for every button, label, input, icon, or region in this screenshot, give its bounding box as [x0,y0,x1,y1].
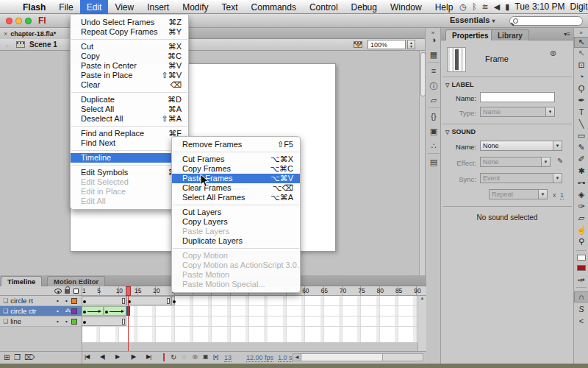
tween-span[interactable] [104,306,126,316]
collapse-tools-icon[interactable]: » [574,29,588,36]
menu-item-timeline[interactable]: Timeline▶ [71,153,188,163]
menu-item-clear[interactable]: Clear⌫ [71,80,188,90]
menu-item-paste-in-place[interactable]: Paste in Place⇧⌘V [71,71,188,80]
color-panel-icon[interactable]: ◑ [426,35,442,44]
menu-item-cut[interactable]: Cut⌘X [71,42,188,52]
menubar-item-file[interactable]: File [52,0,79,14]
sound-effect-dropdown[interactable]: None▼ [480,157,551,167]
3d-rotation-tool[interactable]: ◔ [574,72,588,82]
menu-item-select-all[interactable]: Select All⌘A [71,105,188,114]
scene-name[interactable]: Scene 1 [29,40,57,49]
panel-menu-icon[interactable]: ▾≡ [564,31,570,38]
current-frame-value[interactable]: 13 [224,354,232,362]
center-frame-marker[interactable] [163,353,165,361]
transform-panel-icon[interactable]: ▱ [426,96,442,105]
menubar-item-help[interactable]: Help [429,0,460,14]
sound-name-dropdown[interactable]: None▼ [480,141,562,151]
layer-lock-dot[interactable]: • [65,297,68,304]
deco-tool[interactable]: ✱ [574,166,588,176]
edit-envelope-icon[interactable]: ✎ [557,157,563,165]
tab-properties[interactable]: Properties [445,29,495,40]
swatches-panel-icon[interactable]: ▦ [426,50,442,60]
new-layer-button[interactable]: ⊞ [4,353,10,361]
layer-frames-row[interactable] [82,306,426,316]
paint-bucket-tool[interactable]: ◈ [574,190,588,199]
menubar-item-text[interactable]: Text [215,0,245,14]
stroke-color-swatch[interactable] [577,255,586,261]
close-window-button[interactable] [6,18,12,24]
selection-tool[interactable]: ↖ [574,37,588,48]
menu-item-deselect-all[interactable]: Deselect All⇧⌘A [71,114,188,124]
line-tool[interactable]: ╲ [574,119,588,129]
search-input[interactable] [509,16,583,26]
sound-section-header[interactable]: ▽SOUND [445,128,476,135]
layer-color-swatch[interactable] [71,319,77,325]
layer-visibility-dot[interactable]: • [57,318,59,325]
eraser-tool[interactable]: ▱ [574,213,588,223]
wifi-icon[interactable]: ≋ [482,0,489,14]
frame-span[interactable] [82,296,126,305]
new-folder-button[interactable]: ❐ [14,353,21,361]
menubar-item-insert[interactable]: Insert [140,0,176,14]
onion-skin-button[interactable]: ◌ [182,353,186,360]
battery-icon[interactable]: ▮ [505,0,509,14]
layer-frames-row[interactable] [82,316,426,327]
outline-all-layers-icon[interactable] [74,289,79,294]
zoom-window-button[interactable] [25,18,32,24]
tween-span[interactable] [82,306,104,316]
menu-item-edit-symbols[interactable]: Edit Symbols⌘E [71,168,188,177]
modify-markers-button[interactable]: [•] [213,353,218,360]
frames-grid[interactable] [82,296,426,342]
menubar-item-control[interactable]: Control [303,0,345,14]
frame-span[interactable] [82,316,126,326]
pencil-tool[interactable]: ✎ [574,143,588,152]
menubar-clock[interactable]: Tue 3:10 PM [514,1,564,12]
layer-lock-dot[interactable]: • [65,308,68,314]
menubar-item-debug[interactable]: Debug [345,0,384,14]
edit-multiple-frames-button[interactable]: ▣ [203,353,209,360]
subselection-tool[interactable]: ↖ [574,49,588,58]
lock-all-layers-icon[interactable] [65,289,70,294]
project-panel-icon[interactable]: ▤ [426,158,442,167]
delete-layer-button[interactable]: ⌦ [24,353,35,361]
go-first-button[interactable]: |◀ [85,353,89,360]
menubar-item-window[interactable]: Window [384,0,429,14]
text-tool[interactable]: T [574,107,588,117]
menu-item-copy-layers[interactable]: Copy Layers [172,217,300,227]
zoom-stepper[interactable]: ▲▼ [407,40,415,49]
tab-timeline[interactable]: Timeline [1,276,42,286]
menu-item-cut-layers[interactable]: Cut Layers [172,208,300,217]
loop-button[interactable]: ↻ [171,353,176,361]
layer-visibility-dot[interactable]: • [57,308,59,314]
info-panel-icon[interactable]: ⓘ [426,81,442,92]
layer-row-line[interactable]: ❏line•• [0,316,82,327]
pen-tool[interactable]: ✒ [574,96,588,105]
back-arrow-icon[interactable]: ← [4,40,12,49]
bone-tool[interactable]: ⊶ [574,178,588,188]
label-name-input[interactable] [480,92,555,102]
brush-tool[interactable]: ✐ [574,155,588,164]
menu-item-duplicate-layers[interactable]: Duplicate Layers [172,236,300,246]
timeline-vertical-scrollbar[interactable]: ▲ [417,296,426,351]
components-panel-icon[interactable]: ▣ [426,127,442,136]
menubar-item-modify[interactable]: Modify [176,0,215,14]
fill-color-swatch[interactable] [577,265,586,271]
menubar-item-view[interactable]: View [108,0,140,14]
code-snippets-panel-icon[interactable]: {} [426,112,442,121]
repeat-count-value[interactable]: 1 [560,191,564,199]
frame-span[interactable] [126,296,171,305]
keyframe[interactable] [171,296,175,305]
elapsed-time-value[interactable]: 1.0 s [278,354,293,362]
step-back-button[interactable]: ◀| [100,353,104,360]
motion-presets-panel-icon[interactable]: ∴ [426,141,442,151]
eyedropper-tool[interactable]: ✑ [574,202,588,211]
frame-rate-value[interactable]: 12.00 fps [246,354,273,362]
bluetooth-icon[interactable]: ᛒ [472,0,477,14]
menu-item-copy[interactable]: Copy⌘C [71,52,188,61]
go-last-button[interactable]: ▶| [146,353,151,360]
layer-visibility-dot[interactable]: • [57,297,59,304]
straighten-icon[interactable]: < [574,316,588,326]
layer-row-circle-ctr[interactable]: ❏circle ctr✎•• [0,306,82,316]
layer-row-circle-rt[interactable]: ❏circle rt•• [0,296,82,306]
sound-repeat-dropdown[interactable]: Repeat▼ [489,189,548,199]
